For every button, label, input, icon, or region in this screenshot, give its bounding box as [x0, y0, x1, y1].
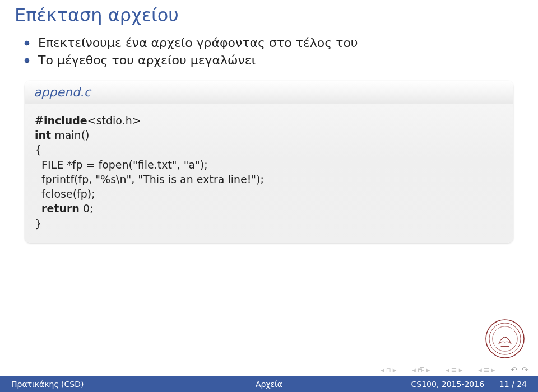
nav-prev-slide-icon[interactable]: ◂▫▸ [381, 366, 396, 374]
bullet-icon [25, 41, 29, 45]
bullet-text: Το μέγεθος του αρχείου μεγαλώνει [38, 53, 256, 67]
svg-point-1 [489, 323, 521, 354]
nav-next-section-icon[interactable]: ◂≡▸ [478, 366, 495, 374]
list-item: Επεκτείνουμε ένα αρχείο γράφοντας στο τέ… [25, 36, 513, 50]
code-text: <stdio.h> [87, 114, 141, 127]
slide-title: Επέκταση αρχείου [0, 0, 538, 36]
bullet-icon [25, 58, 29, 63]
keyword-include: #include [35, 114, 87, 127]
footer-page-number: 11 / 24 [499, 380, 527, 389]
footer-course: CS100, 2015-2016 [411, 380, 484, 389]
code-line: return 0; [35, 201, 503, 216]
code-line: int main() [35, 128, 503, 142]
code-line: { [35, 142, 503, 157]
footer-title: Αρχεία [183, 380, 355, 389]
code-block: append.c #include<stdio.h> int main() { … [25, 81, 513, 243]
code-line: } [35, 216, 503, 231]
svg-point-2 [493, 326, 517, 351]
footer-bar: Πρατικάκης (CSD) Αρχεία CS100, 2015-2016… [0, 376, 538, 392]
svg-point-0 [486, 320, 524, 358]
code-text: main() [51, 129, 89, 141]
code-body: #include<stdio.h> int main() { FILE *fp … [25, 104, 513, 243]
beamer-nav-icons: ◂▫▸ ◂🗗▸ ◂≡▸ ◂≡▸ ↶↷ [381, 366, 528, 374]
code-line: FILE *fp = fopen("file.txt", "a"); [35, 157, 503, 172]
nav-prev-frame-icon[interactable]: ◂🗗▸ [412, 366, 430, 374]
bullet-text: Επεκτείνουμε ένα αρχείο γράφοντας στο τέ… [38, 36, 358, 50]
code-text: 0; [80, 202, 94, 214]
code-line: fclose(fp); [35, 186, 503, 201]
nav-back-forward-icon[interactable]: ↶↷ [511, 366, 528, 374]
keyword-return: return [41, 202, 80, 214]
slide-content: Επεκτείνουμε ένα αρχείο γράφοντας στο τέ… [0, 36, 538, 243]
code-indent [35, 202, 41, 214]
code-line: fprintf(fp, "%s\n", "This is an extra li… [35, 172, 503, 186]
list-item: Το μέγεθος του αρχείου μεγαλώνει [25, 53, 513, 67]
nav-prev-section-icon[interactable]: ◂≡▸ [446, 366, 462, 374]
footer-author: Πρατικάκης (CSD) [0, 380, 183, 389]
code-filename: append.c [25, 81, 513, 104]
footer-page: CS100, 2015-2016 11 / 24 [355, 380, 538, 389]
university-seal-icon [484, 318, 526, 360]
code-line: #include<stdio.h> [35, 113, 503, 128]
keyword-int: int [35, 129, 51, 141]
